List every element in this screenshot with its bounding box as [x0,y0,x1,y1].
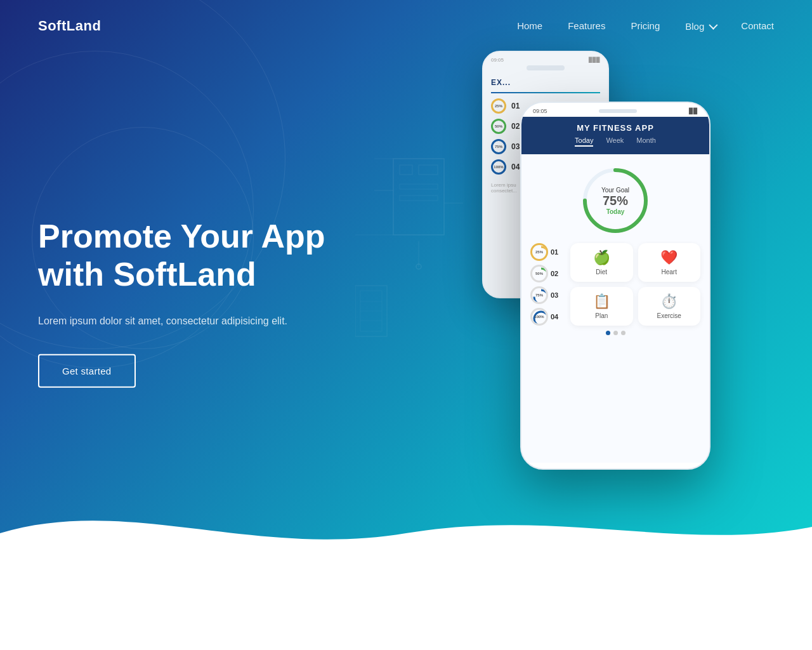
bottom-section [0,571,812,650]
diet-label: Diet [574,269,629,275]
goal-percent: 75% [601,194,629,208]
svg-rect-1 [400,165,412,175]
hero-subtitle: Lorem ipsum dolor sit amet, consectetur … [38,312,325,329]
svg-point-18 [534,247,548,261]
get-started-button[interactable]: Get started [38,354,136,388]
stat-circle-1: 25% [530,243,548,261]
icon-card-exercise[interactable]: ⏱️ Exercise [638,287,701,326]
heart-icon: ❤️ [642,249,697,266]
phone-mockup-area: 09:05 ▉▉▉ EX... 25% 01 50% 02 75% 03 [469,51,774,533]
svg-point-21 [534,312,548,326]
svg-rect-2 [419,165,438,175]
goal-circle: Your Goal 75% Today [580,166,650,235]
stat-item-3: 75% 03 [530,286,565,304]
svg-point-20 [534,290,548,304]
phone-app-header: MY FITNESS APP Today Week Month [521,117,709,154]
phone-time: 09:05 [533,108,547,114]
stat-num-1: 01 [551,248,558,256]
stat-item-1: 25% 01 [530,243,565,261]
stat-circle-3: 75% [530,286,548,304]
svg-point-19 [534,269,548,282]
phone-stats-left: 25% 01 50% 02 [530,243,565,326]
dot-1[interactable] [606,331,610,335]
hero-title: Promote Your App with SoftLand [38,218,325,294]
heart-label: Heart [642,269,697,275]
plan-label: Plan [574,312,629,319]
stat-item-2: 50% 02 [530,265,565,282]
goal-circle-text: Your Goal 75% Today [601,187,629,215]
goal-circle-wrap: Your Goal 75% Today [530,166,700,235]
nav-contact[interactable]: Contact [741,20,774,31]
nav-features[interactable]: Features [568,20,605,31]
nav-blog[interactable]: Blog [685,21,716,32]
tab-week[interactable]: Week [606,136,624,147]
nav-home[interactable]: Home [517,20,542,31]
plan-icon: 📋 [574,293,629,310]
svg-rect-11 [355,286,387,336]
nav-links: Home Features Pricing Blog Contact [517,20,774,32]
pagination-dots [530,331,700,335]
phone-stats-row: 25% 01 50% 02 [530,243,700,326]
svg-rect-4 [400,196,438,201]
brand-logo[interactable]: SoftLand [38,18,101,34]
phone-app-body: Your Goal 75% Today [521,154,709,463]
stat-circle-4: 100% [530,308,548,326]
dot-3[interactable] [621,331,625,335]
dot-2[interactable] [613,331,618,335]
stat-num-4: 04 [551,313,558,321]
stat-num-3: 03 [551,291,558,299]
stat-circle-2: 50% [530,265,548,282]
stat-num-2: 02 [551,270,558,277]
exercise-icon: ⏱️ [642,293,697,310]
hero-section: SoftLand Home Features Pricing Blog Cont… [0,0,812,571]
phone-app-title: MY FITNESS APP [521,123,709,133]
svg-rect-3 [400,184,438,189]
phone-notch-bar [599,109,637,113]
tab-month[interactable]: Month [636,136,656,147]
diet-icon: 🍏 [574,249,629,266]
svg-rect-12 [360,291,382,331]
phone-tabs: Today Week Month [521,136,709,147]
stat-item-4: 100% 04 [530,308,565,326]
goal-label: Your Goal [601,187,629,194]
phone-status-bar: 09:05 ▉▉ [521,103,709,117]
goal-today: Today [601,208,629,215]
back-phone-label: EX... [483,73,608,92]
navbar: SoftLand Home Features Pricing Blog Cont… [0,0,812,52]
hero-content: Promote Your App with SoftLand Lorem ips… [38,218,325,388]
svg-rect-0 [393,159,444,235]
phone-front: 09:05 ▉▉ MY FITNESS APP Today Week Month [520,102,710,470]
icon-grid: 🍏 Diet ❤️ Heart 📋 Plan ⏱️ [570,243,700,326]
tab-today[interactable]: Today [575,136,593,147]
deco-lines [355,127,482,381]
svg-point-8 [416,264,421,269]
icon-card-heart[interactable]: ❤️ Heart [638,243,701,282]
exercise-label: Exercise [642,312,697,319]
icon-card-plan[interactable]: 📋 Plan [570,287,633,326]
chevron-down-icon [709,21,718,30]
phone-battery: ▉▉ [689,108,698,114]
nav-pricing[interactable]: Pricing [631,20,660,31]
icon-card-diet[interactable]: 🍏 Diet [570,243,633,282]
wave-bottom [0,495,812,571]
